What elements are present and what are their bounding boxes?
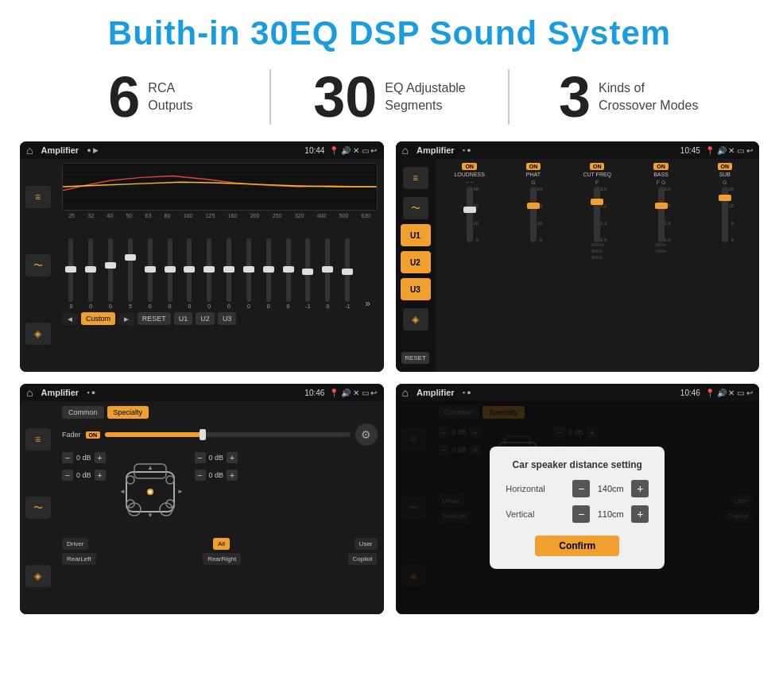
custom-button[interactable]: Custom [81, 312, 115, 325]
time-3: 10:46 [304, 389, 324, 397]
vertical-value: 110cm [595, 509, 626, 519]
speaker-s3-icon[interactable]: ◈ [25, 565, 51, 587]
stat-rca: 6 RCA Outputs [48, 68, 254, 126]
user-btn[interactable]: User [355, 538, 378, 550]
slider-bass[interactable] [658, 187, 665, 242]
rearright-btn[interactable]: RearRight [203, 553, 241, 565]
app-title-1: Amplifier [41, 145, 79, 155]
vol-val-2: 0 dB [76, 471, 91, 479]
vol-plus-2[interactable]: + [95, 470, 106, 481]
on-badge-bass: ON [653, 163, 669, 170]
on-badge-loudness: ON [462, 163, 477, 170]
stat-number-3: 3 [559, 68, 591, 126]
dialog-box: Car speaker distance setting Horizontal … [490, 447, 665, 569]
slider-4: 5 [128, 238, 133, 309]
tab-common-3[interactable]: Common [62, 406, 104, 419]
wave-preset-icon[interactable]: 〜 [403, 197, 428, 219]
vol-left: − 0 dB + − 0 dB + [62, 452, 106, 481]
speaker-preset-icon[interactable]: ◈ [403, 308, 428, 331]
confirm-button[interactable]: Confirm [535, 536, 619, 556]
dialog-row-vertical: Vertical − 110cm + [506, 505, 649, 523]
vol-minus-2[interactable]: − [62, 470, 73, 481]
ch-label-phat: PHAT [526, 172, 541, 177]
tabs-row-3: Common Specialty [62, 406, 378, 419]
home-icon-2[interactable]: ⌂ [402, 144, 409, 157]
u2-button[interactable]: U2 [196, 312, 215, 325]
slider-7: 0 [187, 238, 192, 309]
u3-button[interactable]: U3 [218, 312, 237, 325]
settings-icon-3[interactable]: ⚙ [355, 423, 378, 446]
vertical-plus-btn[interactable]: + [631, 505, 649, 523]
wave-icon[interactable]: 〜 [25, 254, 51, 277]
slider-13: -1 [305, 238, 310, 309]
app-title-3: Amplifier [41, 388, 79, 397]
preset-u1[interactable]: U1 [401, 224, 431, 246]
copilot-btn[interactable]: Copilot [348, 553, 378, 565]
driver-btn[interactable]: Driver [62, 538, 88, 550]
prev-button[interactable]: ◄ [62, 313, 78, 325]
reset-small-button[interactable]: RESET [401, 352, 429, 364]
divider-1 [269, 69, 271, 125]
home-icon-1[interactable]: ⌂ [26, 144, 33, 157]
next-button[interactable]: ► [118, 313, 134, 325]
status-dots-1: ● ▶ [87, 146, 99, 154]
eq-s3-icon[interactable]: ≡ [25, 428, 51, 451]
dialog-title: Car speaker distance setting [506, 459, 649, 470]
horizontal-minus-btn[interactable]: − [572, 480, 590, 497]
vertical-minus-btn[interactable]: − [572, 505, 590, 523]
vol-val-3: 0 dB [209, 454, 224, 462]
preset-u3[interactable]: U3 [401, 278, 431, 300]
ch-label-loudness: LOUDNESS [454, 172, 485, 177]
slider-loudness[interactable] [467, 187, 473, 242]
rearleft-btn[interactable]: RearLeft [62, 553, 96, 565]
home-icon-4[interactable]: ⌂ [402, 386, 409, 399]
wave-s3-icon[interactable]: 〜 [25, 497, 51, 519]
divider-2 [508, 69, 510, 125]
svg-text:▲: ▲ [147, 464, 153, 471]
fader-on-badge: ON [86, 431, 101, 439]
vol-minus-3[interactable]: − [195, 452, 206, 463]
vol-minus-4[interactable]: − [195, 470, 206, 481]
vol-right: − 0 dB + − 0 dB + [195, 452, 238, 481]
eq-preset-icon[interactable]: ≡ [403, 167, 428, 189]
eq-graph [62, 163, 378, 211]
fader-bar[interactable] [105, 432, 350, 437]
on-badge-sub: ON [718, 163, 733, 170]
screens-grid: ⌂ Amplifier ● ▶ 10:44 📍 🔊 ✕ ▭ ↩ ≡ 〜 ◈ [0, 137, 779, 622]
bottom-labels-3b: RearLeft RearRight Copilot [62, 553, 378, 565]
vol-plus-3[interactable]: + [227, 452, 238, 463]
vol-minus-1[interactable]: − [62, 452, 73, 463]
horizontal-plus-btn[interactable]: + [631, 480, 649, 497]
vol-plus-1[interactable]: + [95, 452, 106, 463]
speaker-icon[interactable]: ◈ [25, 323, 51, 345]
stat-desc-crossover: Kinds of Crossover Modes [599, 79, 698, 115]
app-title-4: Amplifier [417, 388, 455, 397]
u1-button[interactable]: U1 [174, 312, 193, 325]
bottom-labels-3: Driver All User [62, 538, 378, 550]
home-icon-3[interactable]: ⌂ [26, 386, 33, 399]
presets-col: ≡ 〜 U1 U2 U3 ◈ RESET [396, 159, 436, 372]
slider-sub[interactable] [722, 187, 728, 242]
channel-bass: ON BASS FG 3.02.51.51.0 90Hz70Hz [630, 163, 691, 368]
all-btn[interactable]: All [213, 538, 230, 550]
status-icons-4: 📍 🔊 ✕ ▭ ↩ [705, 389, 753, 397]
screen-eq: ⌂ Amplifier ● ▶ 10:44 📍 🔊 ✕ ▭ ↩ ≡ 〜 ◈ [20, 141, 384, 372]
slider-5: 0 [148, 238, 153, 309]
fader-label: Fader [62, 431, 81, 439]
tab-specialty-3[interactable]: Specialty [107, 406, 149, 419]
slider-1: 0 [68, 238, 73, 309]
reset-button[interactable]: RESET [138, 312, 171, 325]
preset-u2[interactable]: U2 [401, 251, 431, 273]
slider-phat[interactable] [530, 187, 537, 242]
vol-plus-4[interactable]: + [227, 470, 238, 481]
status-bar-4: ⌂ Amplifier ▪ ● 10:46 📍 🔊 ✕ ▭ ↩ [396, 384, 760, 401]
fader-row: Fader ON ⚙ [62, 423, 378, 446]
eq-bottom: ◄ Custom ► RESET U1 U2 U3 [62, 312, 378, 325]
ch-label-cutfreq: CUT FREQ [583, 172, 611, 177]
eq-icon[interactable]: ≡ [25, 186, 51, 208]
slider-cutfreq[interactable] [594, 187, 600, 242]
status-bar-1: ⌂ Amplifier ● ▶ 10:44 📍 🔊 ✕ ▭ ↩ [20, 141, 384, 159]
vol-val-4: 0 dB [209, 471, 224, 479]
ch-label-sub: SUB [719, 172, 731, 177]
svg-text:▼: ▼ [147, 512, 153, 519]
